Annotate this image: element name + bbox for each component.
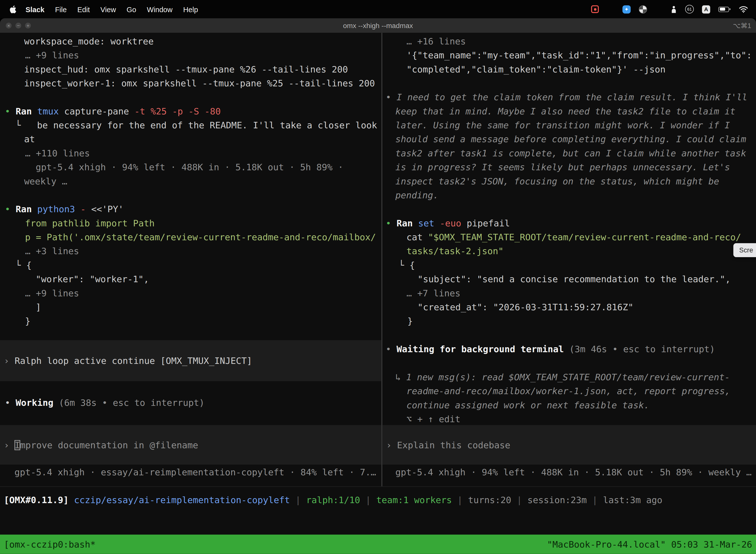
panes-bottom-separator: [0, 486, 756, 487]
terminal-line: └ {: [0, 258, 381, 272]
text-segment: └ {: [399, 260, 415, 270]
menu-item-file[interactable]: File: [50, 5, 72, 13]
terminal-line: … +110 lines: [0, 146, 381, 160]
terminal-line: '{"team_name":"my-team","task_id":"1","f…: [382, 48, 756, 62]
text-segment: |: [360, 495, 376, 505]
terminal-line: }: [382, 314, 756, 328]
text-segment: pending.: [395, 190, 439, 200]
screen: Slack File Edit View Go Window Help 61 A: [0, 0, 756, 554]
menu-item-view[interactable]: View: [95, 5, 121, 13]
dots-grid-icon[interactable]: [655, 5, 663, 13]
text-segment: "created_at": "2026-03-31T11:59:27.816Z": [418, 302, 633, 312]
text-segment: inspect_hud: omx sparkshell --tmux-pane …: [24, 64, 348, 74]
working-status-line: • Working (6m 38s • esc to interrupt): [0, 396, 381, 409]
terminal-line: should send a message before completing …: [382, 132, 756, 146]
text-segment: •: [5, 204, 16, 214]
text-segment: … +7 lines: [406, 288, 460, 298]
terminal-line: }: [0, 314, 381, 328]
text-segment: -: [80, 204, 86, 214]
text-segment: from pathlib import Path: [25, 218, 154, 228]
ralph-status-text: › Ralph loop active continue [OMX_TMUX_I…: [4, 354, 252, 368]
text-segment: └ be necessary for the end of the README…: [15, 120, 377, 130]
apple-menu-icon[interactable]: [6, 5, 20, 13]
tooltip: Scre: [734, 243, 756, 257]
terminal-line: from pathlib import Path: [0, 216, 381, 230]
terminal-line: └ {: [382, 258, 756, 272]
text-segment: ›: [4, 356, 15, 366]
terminal-line: at: [0, 132, 381, 146]
terminal-line: • Ran python3 - <<'PY': [0, 202, 381, 216]
terminal-line: ↳ 1 new msg(s): read $OMX_TEAM_STATE_ROO…: [382, 370, 756, 384]
text-segment: cczip/essay/ai-reimplementation-copyleft: [74, 495, 290, 505]
prompt-input-left[interactable]: › Improve documentation in @filename: [0, 425, 381, 465]
text-segment: capture-pane: [59, 106, 134, 116]
text-segment: Ran: [397, 218, 418, 228]
minimize-button[interactable]: [15, 22, 21, 28]
app-menu-slack[interactable]: Slack: [20, 5, 50, 13]
terminal-line: cat "$OMX_TEAM_STATE_ROOT/team/review-cu…: [382, 230, 756, 244]
terminal-line: weekly …: [0, 174, 381, 188]
text-segment: tmux: [37, 106, 59, 116]
text-segment: }: [25, 316, 30, 326]
text-segment: tasks/task-2.json": [406, 246, 504, 256]
badge-61-icon[interactable]: 61: [685, 5, 694, 13]
terminal-line: ⌥ + ↑ edit: [382, 412, 756, 426]
terminal-line: ]: [0, 300, 381, 314]
menu-item-go[interactable]: Go: [121, 5, 142, 13]
person-icon[interactable]: [671, 5, 677, 13]
text-segment: |: [511, 495, 527, 505]
screen-recording-indicator-icon[interactable]: [591, 5, 599, 13]
text-segment: gpt-5.4 xhigh · 94% left · 488K in · 5.1…: [36, 162, 343, 172]
text-segment: is in progress? It seems likely but perh…: [395, 162, 730, 172]
text-segment: └ {: [15, 260, 32, 270]
zoom-button[interactable]: [25, 22, 31, 28]
text-segment: ›: [386, 440, 397, 450]
text-segment: ralph:1/10: [306, 495, 360, 505]
text-segment: I need to get the claim token from the c…: [397, 92, 747, 102]
prompt-input-left-text: › Improve documentation in @filename: [4, 438, 198, 452]
text-segment: ›: [4, 440, 15, 450]
tmux-session-label: [omx-cczip0:bash*: [4, 539, 96, 549]
terminal-line: tasks/task-2.json": [382, 244, 756, 258]
pane-footer-left: gpt-5.4 xhigh · essay/ai-reimplementatio…: [0, 465, 381, 479]
swirl-app-icon[interactable]: [639, 5, 647, 13]
terminal-line: p = Path('.omx/state/team/review-current…: [0, 230, 381, 244]
text-segment: … +3 lines: [25, 246, 79, 256]
menu-item-edit[interactable]: Edit: [72, 5, 95, 13]
text-segment: "$OMX_TEAM_STATE_ROOT/team/review-curren…: [428, 232, 741, 242]
ralph-status-banner: › Ralph loop active continue [OMX_TMUX_I…: [0, 340, 381, 381]
terminal-line: • Waiting for background terminal (3m 46…: [382, 342, 756, 356]
text-segment: Ran: [16, 204, 37, 214]
terminal-pane-right[interactable]: … +16 lines'{"team_name":"my-team","task…: [382, 33, 756, 486]
close-button[interactable]: [6, 22, 11, 28]
terminal-line: • I need to get the claim token from the…: [382, 90, 756, 104]
text-segment: weekly …: [24, 176, 67, 186]
menu-item-window[interactable]: Window: [142, 5, 178, 13]
prompt-input-right[interactable]: › Explain this codebase: [382, 425, 756, 465]
window-titlebar: omx --xhigh --madmax ⌥⌘1: [0, 18, 756, 33]
text-segment: readme-and-reco/mailbox/worker-1.json, a…: [406, 386, 731, 396]
text-segment: [75, 204, 80, 214]
text-segment: •: [386, 92, 397, 102]
input-source-icon[interactable]: A: [702, 5, 710, 13]
text-segment: •: [5, 106, 16, 116]
terminal-line: gpt-5.4 xhigh · 94% left · 488K in · 5.1…: [0, 160, 381, 174]
grid-icon[interactable]: [607, 5, 614, 13]
blue-app-icon[interactable]: [623, 5, 631, 13]
menu-status-area: 61 A: [591, 5, 756, 13]
text-segment: … +9 lines: [25, 50, 79, 60]
terminal-pane-left[interactable]: workspace_mode: worktree… +9 linesinspec…: [0, 33, 381, 486]
terminal[interactable]: workspace_mode: worktree… +9 linesinspec…: [0, 33, 756, 554]
terminal-line: [0, 90, 381, 104]
pane-footer-left-text: gpt-5.4 xhigh · essay/ai-reimplementatio…: [0, 465, 381, 479]
text-segment: "subject": "send a concise recommendatio…: [418, 274, 731, 284]
terminal-line: [382, 76, 756, 90]
text-segment: "worker": "worker-1",: [36, 274, 149, 284]
terminal-line: "created_at": "2026-03-31T11:59:27.816Z": [382, 300, 756, 314]
battery-icon[interactable]: [718, 6, 731, 12]
wifi-icon[interactable]: [739, 5, 748, 13]
text-segment: inspect task2's JSON, focusing on the st…: [395, 176, 719, 186]
terminal-line: [382, 202, 756, 216]
menu-item-help[interactable]: Help: [178, 5, 203, 13]
text-segment: |: [587, 495, 603, 505]
